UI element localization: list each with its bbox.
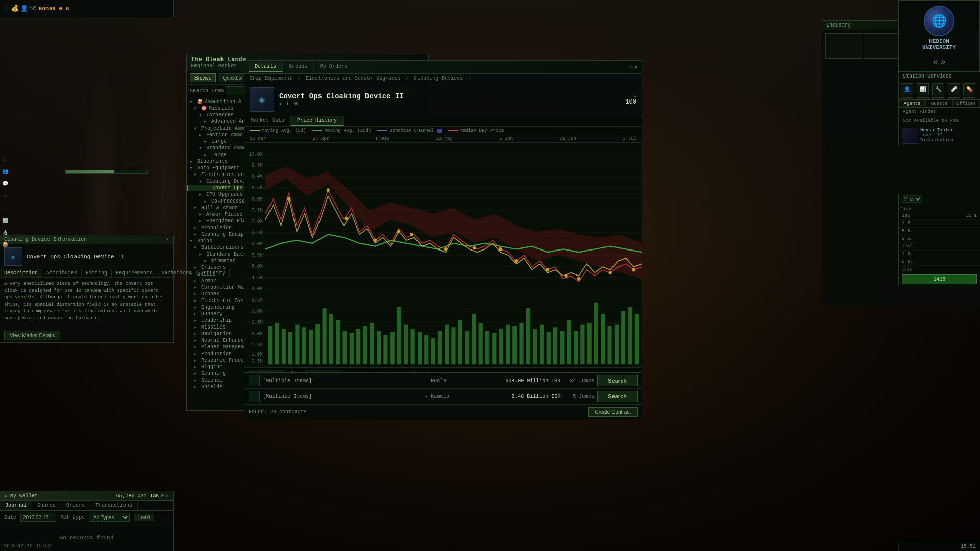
result-price-0: 608.00 Million ISK: [489, 378, 560, 384]
icon-bar-people[interactable]: 👥: [1, 167, 9, 176]
wallet-tab-shares[interactable]: Shares: [32, 501, 61, 510]
breadcrumb-ship-equip[interactable]: Ship Equipment: [250, 76, 292, 81]
service-agents[interactable]: 👤: [901, 83, 913, 95]
quick-val-0: 31 1: [966, 213, 977, 218]
menu-icon[interactable]: ☰: [4, 5, 10, 12]
date-input[interactable]: [20, 513, 56, 522]
svg-rect-80: [553, 327, 557, 364]
cloak-panel-header: Cloaking Device Information ✕: [0, 235, 173, 244]
service-repair[interactable]: 🩹: [948, 83, 960, 95]
tree-expand-ammo[interactable]: ▼: [190, 99, 195, 104]
item-quantity: 1 100: [625, 93, 636, 106]
item-eye-icon[interactable]: 👁: [293, 101, 299, 107]
wallet-controls: 65,786.031 ISK ⚙ ✕: [116, 493, 169, 499]
wallet-close-btn[interactable]: ✕: [166, 493, 169, 499]
icon-bar-mail[interactable]: ✉: [1, 192, 9, 200]
icon-bar-chat[interactable]: 💬: [1, 180, 9, 188]
result-station-1: - Kamela: [425, 394, 486, 399]
svg-rect-42: [295, 325, 299, 365]
agent-finder[interactable]: Agent Finder: [899, 108, 980, 116]
create-contract-btn[interactable]: Create Contract: [588, 407, 638, 417]
tree-label-ship-equip: Ship Equipment: [197, 165, 240, 171]
icon-bar-science[interactable]: 🔬: [1, 229, 9, 237]
search-btn-1[interactable]: Search: [597, 391, 638, 402]
service-medical[interactable]: 💊: [963, 83, 975, 95]
agents-tab-offices[interactable]: Offices: [953, 100, 980, 107]
quick-header: First: [899, 194, 980, 204]
item-subtab-price-history[interactable]: Price History: [291, 116, 344, 126]
item-subtab-market-data[interactable]: Market Data: [244, 116, 291, 126]
uni-nav-back[interactable]: «: [933, 58, 938, 67]
date-10apr: 10 Apr: [250, 136, 266, 141]
cloak-tab-industry[interactable]: Industry: [197, 269, 230, 277]
icon-bar-map[interactable]: ⬡: [1, 155, 9, 163]
search-results-panel: [Multiple Items] - Huola 608.00 Million …: [244, 372, 642, 419]
tree-label-propulsion: Propulsion: [201, 225, 232, 231]
cloak-close-btn[interactable]: ✕: [166, 237, 169, 242]
tree-label-scanning: Scanning: [201, 371, 226, 377]
icon-bar-fleet[interactable]: ⚔: [1, 204, 9, 212]
tree-label-ships: Ships: [197, 238, 212, 244]
item-star-icon[interactable]: ★: [279, 101, 282, 107]
load-button[interactable]: Load: [134, 514, 154, 521]
service-market[interactable]: 📊: [917, 83, 929, 95]
cloak-tab-attributes[interactable]: Attributes: [42, 269, 82, 277]
svg-point-103: [632, 268, 635, 271]
quick-active-btn[interactable]: 1415: [902, 274, 977, 284]
map-icon[interactable]: 🗺: [30, 5, 36, 12]
uni-nav-fwd[interactable]: »: [941, 58, 946, 67]
agents-tab-guests[interactable]: Guests: [926, 100, 953, 107]
industry-slot-0[interactable]: [825, 33, 862, 59]
svg-rect-49: [342, 331, 347, 364]
agents-tab-agents[interactable]: Agents: [899, 100, 926, 107]
agent-avatar: [902, 128, 918, 144]
icon-bar-assets[interactable]: 📦: [1, 241, 9, 249]
browse-btn[interactable]: Browse: [190, 73, 216, 82]
search-btn-0[interactable]: Search: [597, 375, 638, 386]
item-tab-my-orders[interactable]: My Orders: [314, 62, 354, 72]
cloak-tab-requirements[interactable]: Requirements: [112, 269, 157, 277]
wallet-tab-transactions[interactable]: Transactions: [90, 501, 138, 510]
item-panel-close[interactable]: ✕: [635, 64, 638, 70]
item-panel-settings[interactable]: ⚙: [629, 64, 633, 70]
cloak-tab-description[interactable]: Description: [0, 269, 42, 277]
wallet-icon[interactable]: 💰: [11, 5, 19, 12]
quick-row-1: 1 3: [899, 220, 980, 228]
item-tab-details[interactable]: Details: [249, 62, 283, 72]
result-name-1: [Multiple Items]: [263, 394, 422, 399]
cloak-tab-variations[interactable]: Variations: [157, 269, 197, 277]
breadcrumb-electronics[interactable]: Electronics and Sensor Upgrades: [306, 76, 401, 81]
breadcrumb-cloaking[interactable]: Cloaking Devices: [414, 76, 463, 81]
cloak-tab-fitting[interactable]: Fitting: [82, 269, 112, 277]
wallet-tab-journal[interactable]: Journal: [0, 501, 32, 510]
svg-rect-58: [404, 325, 408, 365]
agent-name[interactable]: Nexsa Tabler: [920, 128, 977, 133]
view-market-btn[interactable]: View Market Details: [4, 331, 60, 340]
item-tab-groups[interactable]: Groups: [283, 62, 314, 72]
quickbar-btn[interactable]: Quickbar: [218, 73, 248, 82]
char-icon[interactable]: 👤: [20, 5, 28, 12]
svg-text:3.0M: 3.0M: [252, 309, 263, 315]
tree-label-armor-skill: Armor: [201, 278, 216, 284]
svg-rect-48: [336, 320, 340, 364]
wallet-settings-icon[interactable]: ⚙: [161, 493, 164, 499]
svg-point-101: [577, 277, 580, 281]
svg-rect-52: [363, 326, 367, 364]
industry-slot-1[interactable]: [864, 33, 900, 59]
item-info-icon[interactable]: ℹ: [287, 101, 289, 107]
svg-rect-38: [268, 326, 272, 364]
quick-row-3: 5 6.: [899, 235, 980, 243]
station-services-title: Station Services: [899, 72, 980, 81]
icon-bar-corp[interactable]: 🏢: [1, 216, 9, 224]
ref-type-select[interactable]: All Types: [89, 513, 130, 522]
svg-rect-91: [628, 307, 632, 364]
service-fitting[interactable]: 🔧: [932, 83, 944, 95]
quick-first-select[interactable]: First: [902, 195, 922, 203]
svg-rect-87: [601, 314, 605, 364]
wallet-header: ▲ My Wallet 65,786.031 ISK ⚙ ✕: [0, 491, 173, 501]
wallet-tab-orders[interactable]: Orders: [61, 501, 90, 510]
svg-point-94: [327, 188, 330, 192]
svg-text:7.5M: 7.5M: [252, 208, 263, 214]
price-chart-container[interactable]: 10.0M 9.5M 9.0M 8.5M 8.0M 7.5M 7.0M 6.5M…: [244, 143, 642, 367]
wallet-expand[interactable]: ▲: [4, 493, 10, 499]
